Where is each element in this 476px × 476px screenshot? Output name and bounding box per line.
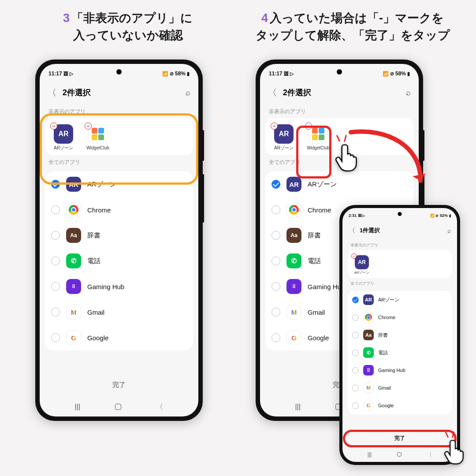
app-row-label: Chrome (87, 206, 111, 214)
hidden-app-ar[interactable]: − AR ARゾーン (350, 253, 374, 275)
checkbox-icon[interactable] (271, 282, 280, 291)
back-icon[interactable]: 〈 (349, 227, 355, 235)
app-row-label: 辞書 (378, 332, 388, 338)
app-row-label: Gaming Hub (378, 368, 405, 373)
step4-text: 入っていた場合は「-」マークを タップして解除、「完了」をタップ (256, 11, 450, 42)
app-row-dict[interactable]: Aa 辞書 (45, 223, 193, 248)
checkbox-icon[interactable] (271, 308, 280, 316)
header: 〈 2件選択 ⌕ (40, 81, 198, 104)
done-button[interactable]: 完了 (40, 372, 198, 397)
app-row-label: Gmail (87, 309, 104, 316)
app-row-label: ARゾーン (308, 180, 337, 189)
app-row-gmail[interactable]: M Gmail (45, 299, 193, 325)
done-button[interactable]: 完了 (342, 429, 457, 447)
checkbox-icon[interactable] (51, 308, 60, 316)
hidden-apps-card: − AR ARゾーン − WidgetClub (45, 118, 193, 155)
app-row-label: 電話 (87, 257, 100, 265)
hidden-app-ar[interactable]: − AR ARゾーン (48, 123, 79, 151)
app-row-phone[interactable]: ✆ 電話 (348, 344, 452, 361)
step3-text: 「非表示のアプリ」に 入っていないか確認 (71, 11, 193, 42)
android-nav[interactable]: ||| 〈 (40, 397, 198, 416)
hidden-app-ar[interactable]: − AR ARゾーン (268, 123, 300, 151)
app-row-ar[interactable]: AR ARゾーン (45, 171, 193, 197)
app-row-label: Google (308, 334, 329, 342)
hidden-apps-card: − AR ARゾーン − WidgetClub (265, 118, 413, 155)
status-battery: 58% (175, 71, 186, 77)
remove-icon[interactable]: − (271, 123, 278, 130)
remove-icon[interactable]: − (351, 253, 357, 259)
checkbox-icon[interactable] (51, 205, 60, 214)
search-icon[interactable]: ⌕ (186, 88, 190, 97)
app-row-label: ARゾーン (378, 297, 399, 303)
camera-hole-icon (116, 69, 122, 74)
step3-caption: 3「非表示のアプリ」に 入っていないか確認 (35, 10, 220, 44)
all-apps-list: AR ARゾーン Chrome Aa 辞書 ✆ 電話 ⠿ Gaming Hub … (348, 291, 452, 414)
app-row-chrome[interactable]: Chrome (348, 309, 452, 326)
checkbox-icon[interactable] (51, 231, 60, 240)
remove-icon[interactable]: − (85, 123, 92, 130)
app-row-phone[interactable]: ✆ 電話 (45, 248, 193, 274)
remove-icon[interactable]: − (305, 123, 312, 130)
checkbox-icon[interactable] (352, 385, 359, 391)
app-row-ar[interactable]: AR ARゾーン (348, 291, 452, 309)
phone-step4-after: 2:31 🖼 ▷ 📶 ⊘ 52%▮ 〈 1件選択 ⌕ 非表示のアプリ − AR … (339, 205, 460, 465)
app-row-gaming[interactable]: ⠿ Gaming Hub (348, 361, 452, 379)
app-row-label: Chrome (378, 315, 395, 320)
nav-home-icon (115, 404, 121, 410)
app-row-chrome[interactable]: Chrome (45, 197, 193, 223)
hidden-app-wc[interactable]: − WidgetClub (302, 123, 334, 151)
app-row-label: 電話 (308, 257, 321, 265)
app-row-ar[interactable]: AR ARゾーン (265, 171, 413, 197)
header: 〈 2件選択 ⌕ (260, 81, 419, 104)
checkbox-icon[interactable] (271, 257, 280, 265)
hidden-app-label: ARゾーン (354, 271, 369, 275)
checkbox-icon[interactable] (352, 402, 359, 409)
app-row-gmail[interactable]: M Gmail (348, 379, 452, 397)
checkbox-icon[interactable] (352, 332, 359, 338)
checkbox-icon[interactable] (352, 297, 359, 303)
checkbox-icon[interactable] (51, 180, 60, 189)
step3-number: 3 (63, 11, 70, 25)
hidden-app-wc[interactable]: − WidgetClub (82, 123, 114, 151)
checkbox-icon[interactable] (352, 367, 359, 374)
nav-recents-icon: ||| (75, 403, 80, 411)
camera-hole-icon (398, 212, 402, 216)
checkbox-icon[interactable] (51, 257, 60, 265)
status-time: 11:17 (48, 71, 62, 77)
checkbox-icon[interactable] (271, 180, 280, 189)
app-row-label: 電話 (378, 350, 388, 356)
app-row-label: Google (378, 403, 394, 408)
hidden-app-label: ARゾーン (54, 145, 73, 151)
checkbox-icon[interactable] (271, 333, 280, 342)
search-icon[interactable]: ⌕ (406, 88, 411, 97)
back-icon[interactable]: 〈 (48, 87, 56, 99)
checkbox-icon[interactable] (352, 314, 359, 321)
back-icon[interactable]: 〈 (268, 87, 277, 99)
remove-icon[interactable]: − (50, 123, 57, 130)
checkbox-icon[interactable] (51, 333, 60, 342)
app-row-label: Google (87, 334, 108, 342)
app-row-label: Gmail (378, 385, 391, 390)
app-row-label: Gmail (308, 309, 325, 316)
app-row-gaming[interactable]: ⠿ Gaming Hub (45, 274, 193, 299)
hidden-app-label: ARゾーン (274, 145, 294, 151)
app-row-label: 辞書 (308, 231, 321, 240)
search-icon[interactable]: ⌕ (447, 227, 451, 234)
checkbox-icon[interactable] (51, 282, 60, 291)
checkbox-icon[interactable] (352, 350, 359, 356)
app-row-label: 辞書 (87, 231, 100, 240)
camera-hole-icon (337, 69, 342, 74)
all-apps-label: 全てのアプリ (45, 155, 193, 169)
android-nav[interactable]: ||| 〈 (342, 447, 457, 462)
app-row-google[interactable]: G Google (348, 397, 452, 414)
header-title: 2件選択 (283, 87, 400, 98)
hidden-apps-label: 非表示のアプリ (265, 104, 413, 118)
hidden-app-label: WidgetClub (86, 145, 109, 151)
checkbox-icon[interactable] (271, 205, 280, 214)
app-row-dict[interactable]: Aa 辞書 (348, 326, 452, 344)
app-row-google[interactable]: G Google (45, 325, 193, 350)
app-row-label: Chrome (308, 206, 331, 214)
nav-recents-icon: ||| (368, 451, 372, 457)
all-apps-list: AR ARゾーン Chrome Aa 辞書 ✆ 電話 ⠿ Gaming Hub … (45, 171, 193, 350)
checkbox-icon[interactable] (271, 231, 280, 240)
